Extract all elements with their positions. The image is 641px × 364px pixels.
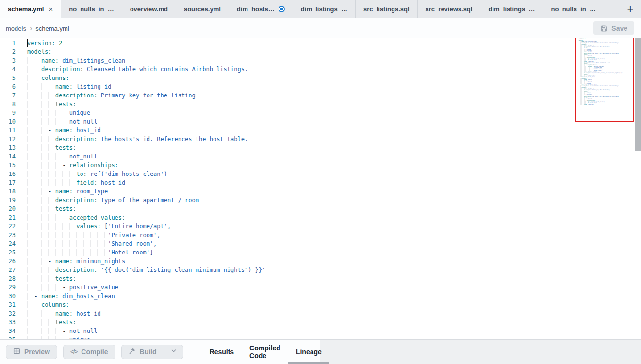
bottom-panel-bar: Preview </> Compile Build Re	[0, 339, 641, 364]
code-line[interactable]: 15 - relationships:	[0, 161, 641, 170]
minimap[interactable]: version: 2models: - name: dim_listings_c…	[579, 39, 633, 106]
code-line[interactable]: 22 values: ['Entire home/apt',	[0, 222, 641, 231]
code-editor[interactable]: 1version: 22models:3 - name: dim_listing…	[0, 38, 641, 339]
line-number: 17	[0, 178, 23, 187]
scrollbar-thumb[interactable]	[635, 38, 641, 151]
text-cursor	[27, 39, 28, 47]
line-number: 6	[0, 82, 23, 91]
line-number: 29	[0, 283, 23, 292]
code-line[interactable]: 33 tests:	[0, 318, 641, 327]
line-number: 13	[0, 143, 23, 152]
code-line[interactable]: 2models:	[0, 47, 641, 56]
code-line[interactable]: 21 - accepted_values:	[0, 213, 641, 222]
line-number: 30	[0, 292, 23, 301]
code-line[interactable]: 9 - unique	[0, 109, 641, 117]
line-number: 18	[0, 187, 23, 196]
code-line[interactable]: 30 - name: dim_hosts_clean	[0, 292, 641, 301]
chevron-right-icon: ›	[30, 24, 32, 32]
code-line[interactable]: 18 - name: room_type	[0, 187, 641, 196]
line-number: 1	[0, 39, 23, 47]
tab-label: dim_hosts…	[237, 5, 275, 13]
code-icon: </>	[70, 348, 77, 355]
preview-button[interactable]: Preview	[6, 345, 57, 359]
tab-sources.yml[interactable]: sources.yml	[176, 0, 229, 18]
line-number: 27	[0, 266, 23, 274]
editor-tab-bar: schema.yml×no_nulls_in_…overview.mdsourc…	[0, 0, 641, 18]
tab-label: overview.md	[130, 5, 168, 13]
code-line[interactable]: 35 - unique	[0, 335, 641, 339]
breadcrumb-folder[interactable]: models	[6, 25, 26, 32]
build-dropdown-button[interactable]	[164, 345, 183, 359]
code-line[interactable]: 29 - positive_value	[0, 283, 641, 292]
code-line[interactable]: 11 - name: host_id	[0, 126, 641, 135]
compile-button[interactable]: </> Compile	[63, 345, 115, 359]
code-line[interactable]: 34 - not_null	[0, 327, 641, 335]
code-line[interactable]: 10 - not_null	[0, 117, 641, 126]
build-button-label: Build	[140, 348, 157, 356]
code-line[interactable]: 3 - name: dim_listings_clean	[0, 56, 641, 65]
vertical-scrollbar[interactable]	[635, 38, 641, 339]
code-line[interactable]: 24 'Shared room',	[0, 239, 641, 248]
code-line[interactable]: 14 - not_null	[0, 152, 641, 161]
code-line[interactable]: 19 description: Type of the apartment / …	[0, 196, 641, 205]
code-line[interactable]: 23 'Private room',	[0, 231, 641, 239]
code-line[interactable]: 26 - name: minimum_nights	[0, 257, 641, 266]
code-line[interactable]: 31 columns:	[0, 301, 641, 309]
new-tab-button[interactable]: +	[620, 0, 641, 18]
code-line[interactable]: 28 tests:	[0, 274, 641, 283]
line-number: 22	[0, 222, 23, 231]
save-button[interactable]: Save	[593, 21, 634, 35]
line-number: 7	[0, 91, 23, 100]
tab-schema.yml[interactable]: schema.yml×	[0, 0, 61, 18]
tab-overview.md[interactable]: overview.md	[122, 0, 176, 18]
panel-tab-lineage[interactable]: Lineage	[288, 340, 329, 364]
tab-dim_listings_[interactable]: dim_listings_…	[480, 0, 543, 18]
tab-no_nulls_in_[interactable]: no_nulls_in_…	[61, 0, 122, 18]
code-line[interactable]: 8 tests:	[0, 100, 641, 109]
panel-tab-results[interactable]: Results	[202, 340, 242, 364]
code-line[interactable]: 17 field: host_id	[0, 178, 641, 187]
tab-label: src_listings.sql	[363, 5, 410, 13]
save-icon	[600, 25, 608, 32]
line-number: 24	[0, 239, 23, 248]
unsaved-changes-icon	[279, 6, 285, 12]
line-number: 9	[0, 109, 23, 117]
build-button[interactable]: Build	[121, 345, 164, 359]
tab-label: no_nulls_in_…	[69, 5, 114, 13]
tab-label: src_reviews.sql	[426, 5, 473, 13]
code-line[interactable]: 32 - name: host_id	[0, 309, 641, 318]
code-line[interactable]: 25 'Hotel room']	[0, 248, 641, 257]
file-toolbar: models › schema.yml Save	[0, 18, 641, 38]
code-line[interactable]: 12 description: The hosts's id. Referenc…	[0, 135, 641, 143]
line-number: 25	[0, 248, 23, 257]
code-line[interactable]: 20 tests:	[0, 205, 641, 213]
save-button-label: Save	[611, 24, 627, 32]
code-line[interactable]: 4 description: Cleansed table which cont…	[0, 65, 641, 74]
code-line[interactable]: 5 columns:	[0, 74, 641, 82]
line-number: 8	[0, 100, 23, 109]
code-line[interactable]: 16 to: ref('dim_hosts_clean')	[0, 170, 641, 178]
close-icon[interactable]: ×	[49, 5, 53, 13]
line-number: 20	[0, 205, 23, 213]
line-number: 26	[0, 257, 23, 266]
line-number: 32	[0, 309, 23, 318]
tab-no_nulls_in_[interactable]: no_nulls_in_…	[543, 0, 604, 18]
line-number: 15	[0, 161, 23, 170]
code-line[interactable]: 6 - name: listing_id	[0, 82, 641, 91]
tab-label: dim_listings_…	[488, 5, 535, 13]
tab-src_listings.sql[interactable]: src_listings.sql	[356, 0, 418, 18]
hammer-icon	[129, 348, 136, 356]
tab-dim_hosts[interactable]: dim_hosts…	[229, 0, 293, 18]
line-number: 14	[0, 152, 23, 161]
line-number: 4	[0, 65, 23, 74]
panel-tab-compiled-code[interactable]: Compiled Code	[242, 340, 288, 364]
tab-src_reviews.sql[interactable]: src_reviews.sql	[418, 0, 481, 18]
line-number: 34	[0, 327, 23, 335]
line-number: 2	[0, 47, 23, 56]
code-line[interactable]: 13 tests:	[0, 143, 641, 152]
line-number: 23	[0, 231, 23, 239]
tab-dim_listings_[interactable]: dim_listings_…	[293, 0, 356, 18]
code-line[interactable]: 1version: 2	[0, 39, 641, 47]
code-line[interactable]: 7 description: Primary key for the listi…	[0, 91, 641, 100]
code-line[interactable]: 27 description: '{{ doc("dim_listing_cle…	[0, 266, 641, 274]
